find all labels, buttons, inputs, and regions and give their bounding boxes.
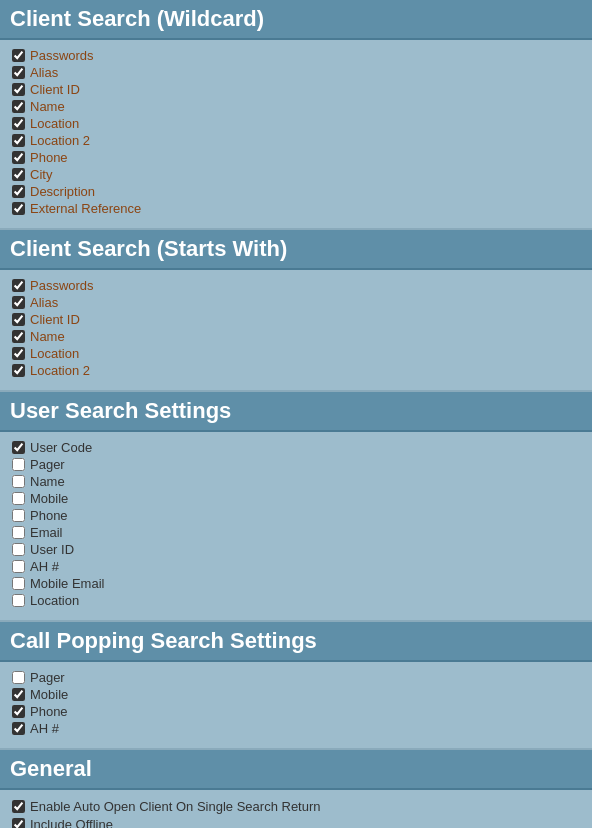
checkbox-cp-pager[interactable] [12,671,25,684]
check-item-us-name: Name [12,474,580,489]
check-item-cs-clientid: Client ID [12,312,580,327]
checkbox-cp-ah[interactable] [12,722,25,735]
checkbox-cp-mobile[interactable] [12,688,25,701]
label-cw-name[interactable]: Name [30,99,65,114]
check-item-cs-alias: Alias [12,295,580,310]
checkbox-us-name[interactable] [12,475,25,488]
checkbox-us-phone[interactable] [12,509,25,522]
label-us-location[interactable]: Location [30,593,79,608]
call-popping-section: Call Popping Search Settings PagerMobile… [0,622,592,748]
checkbox-cw-location2[interactable] [12,134,25,147]
label-cw-location2[interactable]: Location 2 [30,133,90,148]
checkbox-cp-phone[interactable] [12,705,25,718]
general-section: General Enable Auto Open Client On Singl… [0,750,592,828]
checkbox-cw-description[interactable] [12,185,25,198]
client-startswith-header: Client Search (Starts With) [0,230,592,270]
label-us-userid[interactable]: User ID [30,542,74,557]
label-us-mobileemail[interactable]: Mobile Email [30,576,104,591]
check-item-cp-phone: Phone [12,704,580,719]
checkbox-gen-autoopen[interactable] [12,800,25,813]
checkbox-us-mobileemail[interactable] [12,577,25,590]
label-cs-location2[interactable]: Location 2 [30,363,90,378]
checkbox-cs-clientid[interactable] [12,313,25,326]
check-item-us-mobile: Mobile [12,491,580,506]
label-gen-autoopen[interactable]: Enable Auto Open Client On Single Search… [30,799,321,814]
label-us-mobile[interactable]: Mobile [30,491,68,506]
checkbox-cs-passwords[interactable] [12,279,25,292]
checkbox-cs-name[interactable] [12,330,25,343]
check-item-cw-passwords: Passwords [12,48,580,63]
checkbox-us-userid[interactable] [12,543,25,556]
checkbox-us-pager[interactable] [12,458,25,471]
checkbox-cs-location[interactable] [12,347,25,360]
checkbox-cs-alias[interactable] [12,296,25,309]
label-us-email[interactable]: Email [30,525,63,540]
label-cw-passwords[interactable]: Passwords [30,48,94,63]
label-us-usercode[interactable]: User Code [30,440,92,455]
user-search-header: User Search Settings [0,392,592,432]
label-us-ah[interactable]: AH # [30,559,59,574]
check-item-cw-location2: Location 2 [12,133,580,148]
check-item-us-usercode: User Code [12,440,580,455]
check-item-cw-description: Description [12,184,580,199]
checkbox-cw-location[interactable] [12,117,25,130]
label-cs-passwords[interactable]: Passwords [30,278,94,293]
checkbox-cw-extref[interactable] [12,202,25,215]
check-item-cs-location: Location [12,346,580,361]
label-us-phone[interactable]: Phone [30,508,68,523]
checkbox-cw-passwords[interactable] [12,49,25,62]
label-cs-clientid[interactable]: Client ID [30,312,80,327]
checkbox-cw-clientid[interactable] [12,83,25,96]
label-cp-pager[interactable]: Pager [30,670,65,685]
call-popping-body: PagerMobilePhoneAH # [0,662,592,748]
label-cs-alias[interactable]: Alias [30,295,58,310]
checkbox-us-location[interactable] [12,594,25,607]
check-item-cw-clientid: Client ID [12,82,580,97]
checkbox-gen-offline[interactable] [12,818,25,828]
check-item-cw-phone: Phone [12,150,580,165]
check-item-cp-ah: AH # [12,721,580,736]
label-cp-phone[interactable]: Phone [30,704,68,719]
checkbox-us-mobile[interactable] [12,492,25,505]
check-item-cs-location2: Location 2 [12,363,580,378]
general-header: General [0,750,592,790]
check-item-cp-pager: Pager [12,670,580,685]
label-gen-offline[interactable]: Include Offline [30,817,113,828]
label-cw-location[interactable]: Location [30,116,79,131]
checkbox-us-ah[interactable] [12,560,25,573]
checkbox-us-email[interactable] [12,526,25,539]
label-cw-alias[interactable]: Alias [30,65,58,80]
general-item-gen-offline: Include Offline [12,817,580,828]
check-item-us-location: Location [12,593,580,608]
check-item-cw-extref: External Reference [12,201,580,216]
check-item-us-email: Email [12,525,580,540]
label-cs-name[interactable]: Name [30,329,65,344]
label-cw-phone[interactable]: Phone [30,150,68,165]
call-popping-header: Call Popping Search Settings [0,622,592,662]
label-cp-mobile[interactable]: Mobile [30,687,68,702]
label-cw-description[interactable]: Description [30,184,95,199]
check-item-cw-name: Name [12,99,580,114]
checkbox-cw-name[interactable] [12,100,25,113]
client-startswith-body: PasswordsAliasClient IDNameLocationLocat… [0,270,592,390]
check-item-cs-name: Name [12,329,580,344]
label-cs-location[interactable]: Location [30,346,79,361]
checkbox-cw-city[interactable] [12,168,25,181]
checkbox-cw-alias[interactable] [12,66,25,79]
label-cw-clientid[interactable]: Client ID [30,82,80,97]
check-item-us-pager: Pager [12,457,580,472]
general-body: Enable Auto Open Client On Single Search… [0,790,592,828]
label-cw-extref[interactable]: External Reference [30,201,141,216]
check-item-us-mobileemail: Mobile Email [12,576,580,591]
general-item-gen-autoopen: Enable Auto Open Client On Single Search… [12,799,580,814]
label-us-pager[interactable]: Pager [30,457,65,472]
client-wildcard-body: PasswordsAliasClient IDNameLocationLocat… [0,40,592,228]
checkbox-us-usercode[interactable] [12,441,25,454]
check-item-cw-city: City [12,167,580,182]
label-cp-ah[interactable]: AH # [30,721,59,736]
label-us-name[interactable]: Name [30,474,65,489]
check-item-cw-alias: Alias [12,65,580,80]
label-cw-city[interactable]: City [30,167,52,182]
checkbox-cw-phone[interactable] [12,151,25,164]
checkbox-cs-location2[interactable] [12,364,25,377]
